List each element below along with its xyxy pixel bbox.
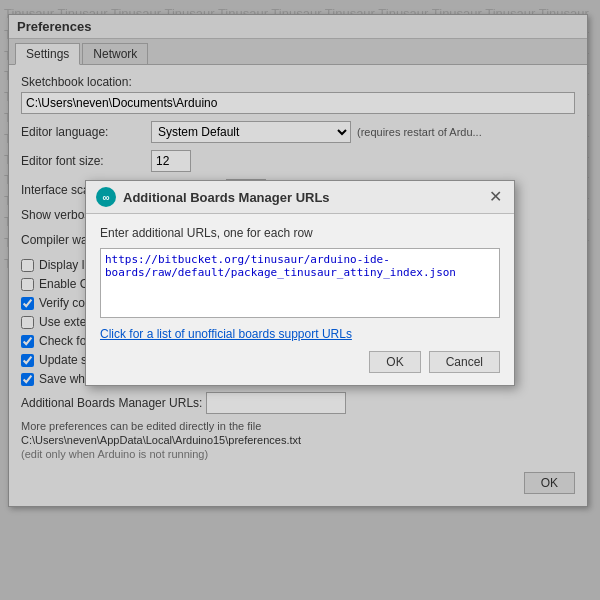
modal-titlebar: ∞ Additional Boards Manager URLs ✕ [86, 181, 514, 214]
modal-dialog: ∞ Additional Boards Manager URLs ✕ Enter… [85, 180, 515, 386]
arduino-logo-icon: ∞ [96, 187, 116, 207]
close-icon: ✕ [489, 188, 502, 205]
modal-body: Enter additional URLs, one for each row … [86, 214, 514, 385]
modal-ok-button[interactable]: OK [369, 351, 420, 373]
modal-close-button[interactable]: ✕ [487, 189, 504, 205]
modal-title: Additional Boards Manager URLs [123, 190, 330, 205]
modal-buttons: OK Cancel [100, 351, 500, 373]
unofficial-boards-link[interactable]: Click for a list of unofficial boards su… [100, 327, 500, 341]
modal-title-left: ∞ Additional Boards Manager URLs [96, 187, 330, 207]
modal-instruction: Enter additional URLs, one for each row [100, 226, 500, 240]
modal-overlay: ∞ Additional Boards Manager URLs ✕ Enter… [0, 0, 600, 600]
modal-cancel-button[interactable]: Cancel [429, 351, 500, 373]
modal-url-textarea[interactable] [100, 248, 500, 318]
